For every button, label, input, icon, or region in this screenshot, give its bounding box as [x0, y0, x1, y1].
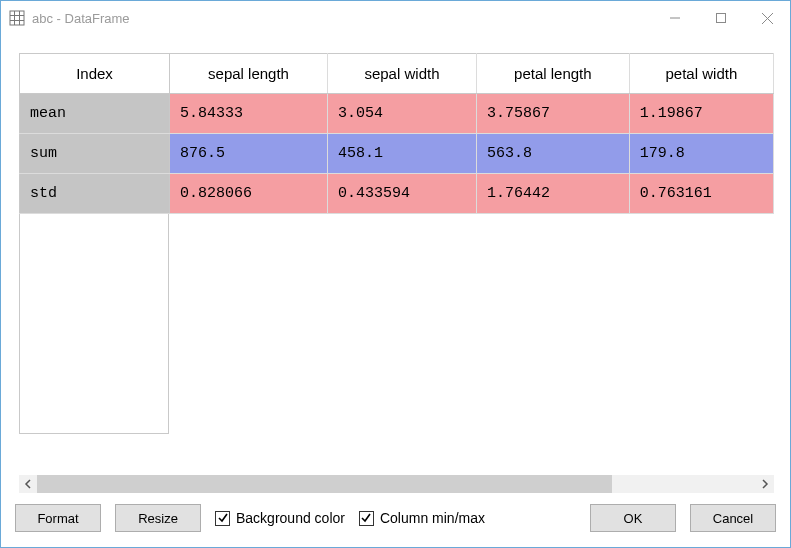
- cell[interactable]: 3.054: [328, 94, 477, 134]
- close-button[interactable]: [744, 1, 790, 35]
- cell[interactable]: 458.1: [328, 134, 477, 174]
- footer-toolbar: Format Resize Background color Column mi…: [1, 499, 790, 547]
- row-index[interactable]: mean: [20, 94, 170, 134]
- cell[interactable]: 0.828066: [170, 174, 328, 214]
- cancel-button[interactable]: Cancel: [690, 504, 776, 532]
- titlebar: abc - DataFrame: [1, 1, 790, 35]
- column-header[interactable]: sepal width: [328, 54, 477, 94]
- index-header[interactable]: Index: [20, 54, 170, 94]
- background-color-checkbox[interactable]: Background color: [215, 510, 345, 526]
- cell[interactable]: 876.5: [170, 134, 328, 174]
- cell[interactable]: 0.763161: [629, 174, 773, 214]
- column-header[interactable]: petal length: [476, 54, 629, 94]
- window: abc - DataFrame Index sepal length sepal…: [0, 0, 791, 548]
- table-row: sum 876.5 458.1 563.8 179.8: [20, 134, 774, 174]
- column-minmax-label: Column min/max: [380, 510, 485, 526]
- table-row: mean 5.84333 3.054 3.75867 1.19867: [20, 94, 774, 134]
- maximize-button[interactable]: [698, 1, 744, 35]
- dataframe-grid[interactable]: Index sepal length sepal width petal len…: [19, 53, 774, 467]
- index-blank-area: [19, 214, 169, 434]
- checkbox-icon: [359, 511, 374, 526]
- dataframe-table: Index sepal length sepal width petal len…: [19, 53, 774, 214]
- minimize-button[interactable]: [652, 1, 698, 35]
- column-minmax-checkbox[interactable]: Column min/max: [359, 510, 485, 526]
- cell[interactable]: 1.76442: [476, 174, 629, 214]
- cell[interactable]: 1.19867: [629, 94, 773, 134]
- dataframe-app-icon: [9, 10, 25, 26]
- column-header[interactable]: petal width: [629, 54, 773, 94]
- format-button[interactable]: Format: [15, 504, 101, 532]
- ok-button[interactable]: OK: [590, 504, 676, 532]
- scroll-thumb[interactable]: [37, 475, 612, 493]
- cell[interactable]: 5.84333: [170, 94, 328, 134]
- svg-rect-0: [10, 11, 24, 25]
- cell[interactable]: 179.8: [629, 134, 773, 174]
- content-area: Index sepal length sepal width petal len…: [1, 35, 790, 499]
- cell[interactable]: 563.8: [476, 134, 629, 174]
- scroll-right-icon[interactable]: [756, 475, 774, 493]
- table-row: std 0.828066 0.433594 1.76442 0.763161: [20, 174, 774, 214]
- scroll-track[interactable]: [37, 475, 756, 493]
- window-title: abc - DataFrame: [32, 11, 130, 26]
- row-index[interactable]: sum: [20, 134, 170, 174]
- scroll-left-icon[interactable]: [19, 475, 37, 493]
- horizontal-scrollbar[interactable]: [19, 475, 774, 493]
- resize-button[interactable]: Resize: [115, 504, 201, 532]
- svg-rect-6: [717, 14, 726, 23]
- checkbox-icon: [215, 511, 230, 526]
- background-color-label: Background color: [236, 510, 345, 526]
- cell[interactable]: 0.433594: [328, 174, 477, 214]
- cell[interactable]: 3.75867: [476, 94, 629, 134]
- column-header[interactable]: sepal length: [170, 54, 328, 94]
- row-index[interactable]: std: [20, 174, 170, 214]
